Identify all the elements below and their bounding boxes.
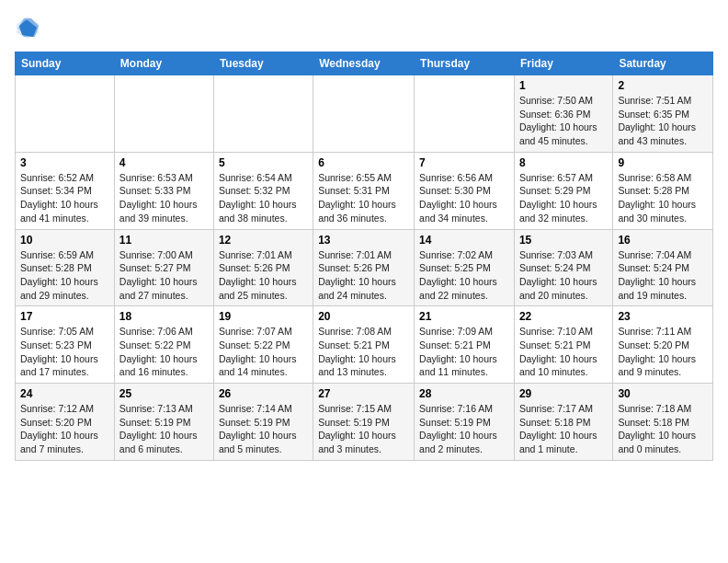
day-number: 15 (519, 234, 608, 247)
day-number: 3 (20, 156, 109, 169)
day-number: 17 (20, 310, 109, 323)
calendar-cell (415, 75, 515, 153)
day-number: 27 (318, 387, 409, 400)
day-number: 30 (618, 387, 708, 400)
day-info: Sunrise: 6:52 AM Sunset: 5:34 PM Dayligh… (20, 171, 109, 225)
calendar-week-row: 10Sunrise: 6:59 AM Sunset: 5:28 PM Dayli… (16, 229, 713, 306)
day-number: 7 (419, 156, 509, 169)
day-number: 23 (618, 310, 708, 323)
calendar-week-row: 17Sunrise: 7:05 AM Sunset: 5:23 PM Dayli… (16, 306, 713, 384)
calendar-cell: 22Sunrise: 7:10 AM Sunset: 5:21 PM Dayli… (514, 306, 612, 384)
weekday-header-monday: Monday (114, 52, 213, 75)
calendar-cell: 26Sunrise: 7:14 AM Sunset: 5:19 PM Dayli… (213, 384, 313, 461)
day-info: Sunrise: 6:56 AM Sunset: 5:30 PM Dayligh… (419, 171, 509, 225)
calendar-cell: 6Sunrise: 6:55 AM Sunset: 5:31 PM Daylig… (313, 152, 415, 229)
day-info: Sunrise: 7:01 AM Sunset: 5:26 PM Dayligh… (219, 248, 308, 303)
day-number: 4 (119, 156, 209, 169)
calendar-cell: 10Sunrise: 6:59 AM Sunset: 5:28 PM Dayli… (16, 229, 115, 306)
calendar-cell: 19Sunrise: 7:07 AM Sunset: 5:22 PM Dayli… (213, 306, 313, 384)
day-info: Sunrise: 7:02 AM Sunset: 5:25 PM Dayligh… (419, 248, 509, 303)
day-number: 18 (119, 310, 209, 323)
calendar-cell (213, 75, 313, 153)
day-number: 2 (618, 79, 708, 92)
weekday-header-sunday: Sunday (16, 52, 115, 75)
calendar-table: SundayMondayTuesdayWednesdayThursdayFrid… (15, 52, 713, 461)
page-header (15, 15, 713, 40)
calendar-cell: 25Sunrise: 7:13 AM Sunset: 5:19 PM Dayli… (114, 384, 213, 461)
day-info: Sunrise: 7:05 AM Sunset: 5:23 PM Dayligh… (20, 325, 109, 379)
day-number: 29 (519, 387, 608, 400)
day-number: 5 (219, 156, 308, 169)
calendar-cell: 15Sunrise: 7:03 AM Sunset: 5:24 PM Dayli… (514, 229, 612, 306)
logo-icon (15, 15, 40, 40)
day-number: 20 (318, 310, 409, 323)
calendar-week-row: 1Sunrise: 7:50 AM Sunset: 6:36 PM Daylig… (16, 75, 713, 153)
day-info: Sunrise: 7:18 AM Sunset: 5:18 PM Dayligh… (618, 402, 708, 456)
day-number: 21 (419, 310, 509, 323)
day-number: 24 (20, 387, 109, 400)
calendar-cell: 12Sunrise: 7:01 AM Sunset: 5:26 PM Dayli… (213, 229, 313, 306)
day-info: Sunrise: 7:12 AM Sunset: 5:20 PM Dayligh… (20, 402, 109, 456)
calendar-cell: 2Sunrise: 7:51 AM Sunset: 6:35 PM Daylig… (613, 75, 713, 153)
day-info: Sunrise: 6:53 AM Sunset: 5:33 PM Dayligh… (119, 171, 209, 225)
day-info: Sunrise: 7:09 AM Sunset: 5:21 PM Dayligh… (419, 325, 509, 379)
day-info: Sunrise: 7:00 AM Sunset: 5:27 PM Dayligh… (119, 248, 209, 303)
day-info: Sunrise: 7:13 AM Sunset: 5:19 PM Dayligh… (119, 402, 209, 456)
day-number: 8 (519, 156, 608, 169)
calendar-cell: 4Sunrise: 6:53 AM Sunset: 5:33 PM Daylig… (114, 152, 213, 229)
weekday-header-wednesday: Wednesday (313, 52, 415, 75)
calendar-cell: 27Sunrise: 7:15 AM Sunset: 5:19 PM Dayli… (313, 384, 415, 461)
calendar-cell: 14Sunrise: 7:02 AM Sunset: 5:25 PM Dayli… (415, 229, 515, 306)
day-number: 6 (318, 156, 409, 169)
day-info: Sunrise: 6:59 AM Sunset: 5:28 PM Dayligh… (20, 248, 109, 303)
calendar-cell: 1Sunrise: 7:50 AM Sunset: 6:36 PM Daylig… (514, 75, 612, 153)
weekday-header-friday: Friday (514, 52, 612, 75)
calendar-cell: 16Sunrise: 7:04 AM Sunset: 5:24 PM Dayli… (613, 229, 713, 306)
day-number: 14 (419, 234, 509, 247)
calendar-cell: 28Sunrise: 7:16 AM Sunset: 5:19 PM Dayli… (415, 384, 515, 461)
day-number: 28 (419, 387, 509, 400)
calendar-cell: 21Sunrise: 7:09 AM Sunset: 5:21 PM Dayli… (415, 306, 515, 384)
day-info: Sunrise: 7:01 AM Sunset: 5:26 PM Dayligh… (318, 248, 409, 303)
calendar-cell: 3Sunrise: 6:52 AM Sunset: 5:34 PM Daylig… (16, 152, 115, 229)
calendar-cell: 20Sunrise: 7:08 AM Sunset: 5:21 PM Dayli… (313, 306, 415, 384)
day-info: Sunrise: 7:51 AM Sunset: 6:35 PM Dayligh… (618, 94, 708, 148)
calendar-cell (313, 75, 415, 153)
day-number: 16 (618, 234, 708, 247)
day-info: Sunrise: 7:10 AM Sunset: 5:21 PM Dayligh… (519, 325, 608, 379)
day-info: Sunrise: 6:55 AM Sunset: 5:31 PM Dayligh… (318, 171, 409, 225)
day-info: Sunrise: 6:58 AM Sunset: 5:28 PM Dayligh… (618, 171, 708, 225)
calendar-cell: 29Sunrise: 7:17 AM Sunset: 5:18 PM Dayli… (514, 384, 612, 461)
calendar-cell: 24Sunrise: 7:12 AM Sunset: 5:20 PM Dayli… (16, 384, 115, 461)
calendar-week-row: 3Sunrise: 6:52 AM Sunset: 5:34 PM Daylig… (16, 152, 713, 229)
calendar-week-row: 24Sunrise: 7:12 AM Sunset: 5:20 PM Dayli… (16, 384, 713, 461)
day-info: Sunrise: 7:11 AM Sunset: 5:20 PM Dayligh… (618, 325, 708, 379)
day-number: 26 (219, 387, 308, 400)
day-number: 12 (219, 234, 308, 247)
day-number: 25 (119, 387, 209, 400)
day-number: 11 (119, 234, 209, 247)
day-info: Sunrise: 7:06 AM Sunset: 5:22 PM Dayligh… (119, 325, 209, 379)
day-info: Sunrise: 7:08 AM Sunset: 5:21 PM Dayligh… (318, 325, 409, 379)
day-info: Sunrise: 7:17 AM Sunset: 5:18 PM Dayligh… (519, 402, 608, 456)
weekday-header-tuesday: Tuesday (213, 52, 313, 75)
calendar-cell: 30Sunrise: 7:18 AM Sunset: 5:18 PM Dayli… (613, 384, 713, 461)
calendar-cell: 9Sunrise: 6:58 AM Sunset: 5:28 PM Daylig… (613, 152, 713, 229)
calendar-cell: 8Sunrise: 6:57 AM Sunset: 5:29 PM Daylig… (514, 152, 612, 229)
calendar-cell: 18Sunrise: 7:06 AM Sunset: 5:22 PM Dayli… (114, 306, 213, 384)
calendar-cell (114, 75, 213, 153)
day-number: 22 (519, 310, 608, 323)
weekday-header-row: SundayMondayTuesdayWednesdayThursdayFrid… (16, 52, 713, 75)
calendar-cell: 11Sunrise: 7:00 AM Sunset: 5:27 PM Dayli… (114, 229, 213, 306)
day-number: 1 (519, 79, 608, 92)
day-info: Sunrise: 6:54 AM Sunset: 5:32 PM Dayligh… (219, 171, 308, 225)
day-number: 9 (618, 156, 708, 169)
day-info: Sunrise: 7:16 AM Sunset: 5:19 PM Dayligh… (419, 402, 509, 456)
logo (15, 15, 44, 40)
day-info: Sunrise: 7:04 AM Sunset: 5:24 PM Dayligh… (618, 248, 708, 303)
calendar-cell: 5Sunrise: 6:54 AM Sunset: 5:32 PM Daylig… (213, 152, 313, 229)
day-info: Sunrise: 7:14 AM Sunset: 5:19 PM Dayligh… (219, 402, 308, 456)
weekday-header-thursday: Thursday (415, 52, 515, 75)
calendar-cell: 13Sunrise: 7:01 AM Sunset: 5:26 PM Dayli… (313, 229, 415, 306)
day-info: Sunrise: 6:57 AM Sunset: 5:29 PM Dayligh… (519, 171, 608, 225)
